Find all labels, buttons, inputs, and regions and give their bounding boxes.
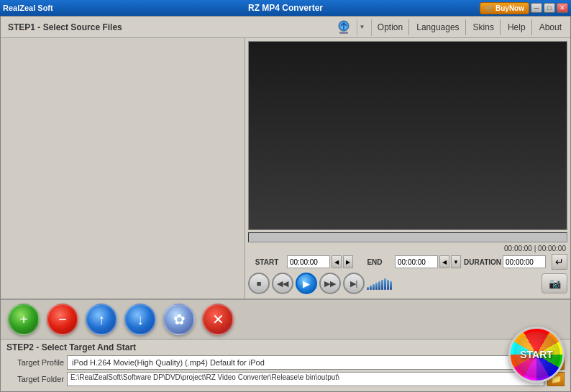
menu-about[interactable]: About [534, 19, 567, 35]
add-icon: + [19, 311, 28, 328]
menu-option[interactable]: Option [372, 19, 409, 35]
preview-panel: 00:00:00 | 00:00:00 START ◀ ▶ END ◀ ▼ DU… [245, 38, 570, 298]
start-next-btn[interactable]: ▶ [343, 255, 353, 268]
bottom-section: STEP2 - Select Target And Start Target P… [1, 339, 570, 391]
buynow-label: BuyNow [495, 4, 524, 12]
target-profile-select[interactable]: iPod H.264 Movie(High Quality) (.mp4) De… [67, 355, 544, 370]
buynow-button[interactable]: 🛒 BuyNow [480, 2, 529, 14]
vol-bar-1 [367, 287, 369, 290]
menu-languages[interactable]: Languages [411, 19, 465, 35]
end-prev-btn[interactable]: ◀ [439, 255, 449, 268]
end-timecode-group: END ◀ ▼ [356, 255, 461, 268]
time-text: 00:00:00 | 00:00:00 [504, 245, 566, 252]
down-icon: ↓ [137, 311, 144, 328]
start-label: START [248, 258, 286, 266]
toolbar-icons: ▼ [329, 19, 372, 36]
duration-timecode-group: DURATION [464, 255, 546, 268]
start-prev-btn[interactable]: ◀ [332, 255, 342, 268]
title-bar-right: 🛒 BuyNow ─ □ ✕ [480, 2, 568, 14]
vol-bar-4 [375, 283, 378, 290]
svg-rect-2 [339, 32, 348, 34]
time-display: 00:00:00 | 00:00:00 [248, 245, 567, 252]
add-files-icon[interactable] [334, 19, 354, 36]
target-profile-row: Target Profile iPod H.264 Movie(High Qua… [6, 355, 565, 370]
vol-bar-3 [373, 284, 375, 290]
clear-icon: ✕ [212, 311, 224, 328]
vol-bar-6 [381, 280, 383, 290]
app-title: RZ MP4 Converter [248, 3, 323, 13]
start-button[interactable]: START [508, 327, 565, 383]
play-button[interactable]: ▶ [296, 273, 317, 294]
add-files-dropdown[interactable]: ▼ [357, 19, 367, 36]
remove-button[interactable]: − [47, 304, 78, 335]
target-folder-path: E:\RealZealSoft\Software DP\DVD\project\… [67, 372, 544, 386]
close-button[interactable]: ✕ [557, 3, 568, 13]
vendor-name: RealZeal Soft [3, 4, 53, 12]
video-preview-inner [249, 42, 567, 229]
cart-icon: 🛒 [485, 4, 493, 12]
end-timecode-input[interactable] [395, 255, 438, 268]
up-icon: ↑ [98, 311, 105, 328]
target-folder-label: Target Folder [6, 375, 64, 383]
playback-controls: ■ ◀◀ ▶ ▶▶ ▶| [248, 273, 567, 294]
step1-text: STEP1 - Select Source Files [8, 22, 122, 32]
menu-help[interactable]: Help [502, 19, 532, 35]
action-buttons-row: + − ↑ ↓ ✿ ✕ [1, 299, 570, 339]
step1-label: STEP1 - Select Source Files [1, 22, 329, 32]
vol-bar-2 [370, 286, 372, 290]
clear-button[interactable]: ✕ [202, 304, 234, 335]
settings-icon: ✿ [173, 311, 186, 328]
stop-button[interactable]: ■ [248, 273, 270, 294]
title-bar: RealZeal Soft RZ MP4 Converter 🛒 BuyNow … [0, 0, 571, 16]
rewind-button[interactable]: ◀◀ [272, 273, 293, 294]
file-list-panel [1, 38, 245, 298]
vol-bar-8 [387, 280, 389, 290]
timecode-enter-btn[interactable]: ↵ [552, 254, 567, 270]
title-bar-left: RealZeal Soft [3, 4, 53, 12]
volume-bars [367, 277, 392, 290]
move-down-button[interactable]: ↓ [124, 304, 156, 335]
start-timecode-input[interactable] [287, 255, 330, 268]
video-preview [248, 41, 567, 230]
file-list-inner [1, 38, 245, 298]
vol-bar-7 [384, 278, 386, 290]
seek-bar[interactable] [248, 232, 567, 242]
content-area: 00:00:00 | 00:00:00 START ◀ ▶ END ◀ ▼ DU… [1, 38, 570, 298]
move-up-button[interactable]: ↑ [86, 304, 117, 335]
duration-timecode-input[interactable] [503, 255, 546, 268]
fastfwd-button[interactable]: ▶▶ [319, 273, 341, 294]
menu-row: STEP1 - Select Source Files ▼ Option Lan… [1, 17, 570, 38]
main-window: STEP1 - Select Source Files ▼ Option Lan… [0, 16, 571, 392]
remove-icon: − [58, 311, 67, 328]
step2-area: STEP2 - Select Target And Start Target P… [1, 339, 570, 391]
timecode-row: START ◀ ▶ END ◀ ▼ DURATION ↵ [248, 254, 567, 270]
stepfwd-button[interactable]: ▶| [343, 273, 365, 294]
ctrl-btns: ■ ◀◀ ▶ ▶▶ ▶| [248, 273, 392, 294]
vol-bar-5 [378, 281, 380, 290]
minimize-button[interactable]: ─ [531, 3, 542, 13]
settings-button[interactable]: ✿ [163, 304, 195, 335]
vol-bar-9 [390, 281, 392, 290]
add-button[interactable]: + [8, 304, 40, 335]
end-label: END [356, 258, 393, 266]
start-button-area: START [508, 327, 566, 384]
step2-title: STEP2 - Select Target And Start [6, 342, 565, 352]
maximize-button[interactable]: □ [544, 3, 555, 13]
menu-nav: Option Languages Skins Help About [372, 19, 570, 35]
menu-skins[interactable]: Skins [467, 19, 501, 35]
start-label: START [520, 349, 553, 360]
target-profile-label: Target Profile [6, 358, 64, 367]
duration-label: DURATION [464, 258, 501, 266]
start-timecode-group: START ◀ ▶ [248, 255, 353, 268]
end-next-btn[interactable]: ▼ [451, 255, 461, 268]
target-folder-row: Target Folder E:\RealZealSoft\Software D… [6, 372, 565, 386]
screenshot-button[interactable]: 📷 [542, 273, 567, 293]
